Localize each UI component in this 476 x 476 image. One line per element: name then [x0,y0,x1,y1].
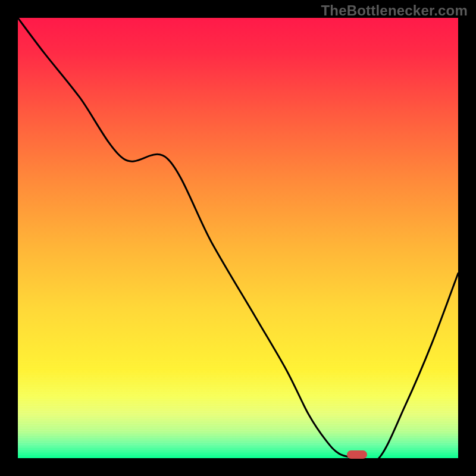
plot-area [18,18,458,458]
bottleneck-curve-path [18,18,458,458]
watermark-text: TheBottlenecker.com [321,2,468,19]
chart-container: TheBottlenecker.com [0,0,476,476]
curve-svg [18,18,458,458]
optimal-marker [347,450,367,459]
